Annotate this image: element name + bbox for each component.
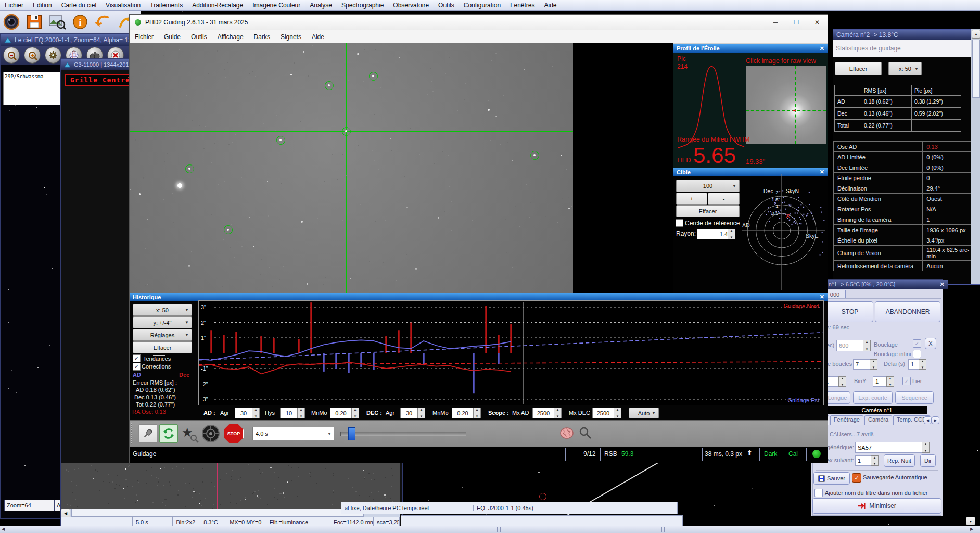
link-checkbox[interactable]: ✓ — [902, 377, 911, 385]
history-settings-dropdown[interactable]: Réglages▼ — [133, 329, 192, 341]
short-exposure-button[interactable]: Exp. courte — [853, 391, 893, 404]
toolbar-grip[interactable] — [131, 423, 135, 444]
app-menu-addition-recalage[interactable]: Addition-Recalage — [187, 2, 248, 9]
phd2-menu-aide[interactable]: Aide — [307, 33, 329, 41]
generic-name-stepper[interactable]: ▲▼ — [922, 442, 930, 453]
delay-stepper[interactable]: ▲▼ — [919, 359, 926, 370]
profile-title-bar[interactable]: Profil de l'Étoile✕ — [673, 44, 828, 53]
stats-vscrollbar[interactable]: ▲ — [971, 29, 980, 284]
zoom-out-button[interactable]: - — [708, 193, 740, 205]
info-icon[interactable]: i — [70, 12, 91, 32]
exposure-dropdown[interactable]: 4.0 s▼ — [252, 427, 334, 440]
radius-stepper[interactable]: ▲▼ — [728, 229, 735, 239]
scroll-thumb[interactable] — [972, 40, 980, 98]
stats-clear-button[interactable]: Effacer — [835, 62, 882, 75]
loop-infinite-checkbox[interactable] — [913, 350, 921, 358]
brain-icon[interactable] — [559, 426, 575, 441]
phd2-menu-outils[interactable]: Outils — [186, 33, 212, 41]
loop-checkbox[interactable]: ✓ — [913, 339, 921, 348]
biny-stepper[interactable]: ▲▼ — [886, 376, 894, 387]
guide-camera-image[interactable] — [130, 43, 573, 293]
exposure-field[interactable]: 600 — [836, 340, 866, 351]
ad-aggression-field[interactable]: 30 — [235, 408, 252, 418]
stretch-slider[interactable] — [340, 432, 466, 436]
app-menu-traitements[interactable]: Traitements — [145, 2, 187, 9]
ad-minmove-field[interactable]: 0.20 — [330, 408, 352, 418]
stats-title-bar[interactable]: Caméra n°2 -> 13.8°C ✕ — [833, 30, 980, 40]
history-xscale-dropdown[interactable]: x: 50▼ — [133, 304, 192, 316]
max-dec-field[interactable]: 2500 — [592, 408, 614, 418]
sequence-button[interactable]: Sequence — [895, 391, 934, 404]
guide-icon[interactable] — [201, 424, 221, 443]
close-icon[interactable]: ✕ — [820, 45, 824, 52]
autosave-checkbox[interactable]: ✓ — [852, 473, 861, 483]
history-clear-button[interactable]: Effacer — [133, 341, 192, 353]
app-menu-edition[interactable]: Edition — [28, 2, 57, 9]
stop-button[interactable]: STOP — [826, 301, 873, 322]
undo-arrow-icon[interactable] — [93, 12, 113, 32]
target-zoom-dropdown[interactable]: 100▼ — [676, 180, 740, 192]
close-icon[interactable]: ✕ — [807, 15, 828, 30]
app-menu-imagerie-couleur[interactable]: Imagerie Couleur — [248, 2, 305, 9]
dec-minmove-field[interactable]: 0.20 — [452, 408, 474, 418]
scroll-right-icon[interactable]: ▶ — [970, 527, 973, 531]
phd2-menu-signets[interactable]: Signets — [275, 33, 307, 41]
close-icon[interactable]: ✕ — [940, 281, 945, 288]
camera-icon[interactable] — [1, 12, 22, 32]
target-clear-button[interactable]: Effacer — [676, 205, 740, 217]
app-menu-outils[interactable]: Outils — [434, 2, 459, 9]
loop-close-button[interactable]: X — [925, 338, 936, 349]
dec-aggression-field[interactable]: 30 — [400, 408, 418, 418]
ref-circle-checkbox[interactable] — [676, 219, 683, 227]
gear-icon[interactable] — [45, 47, 61, 64]
save-button[interactable]: Sauver — [813, 472, 850, 485]
night-folder-button[interactable]: Rep. Nuit — [884, 454, 915, 467]
exposure-stepper[interactable]: ▲▼ — [863, 340, 871, 351]
tabs-left-icon[interactable]: ◀ — [924, 416, 932, 424]
star-thumbnail[interactable]: + — [746, 66, 826, 144]
app-menu-fen-tres[interactable]: Fenêtres — [505, 2, 539, 9]
maximize-icon[interactable]: ☐ — [786, 15, 807, 30]
close-icon[interactable]: ✕ — [820, 294, 824, 300]
app-bottom-scrollbar[interactable]: ◀ ▶ — [0, 526, 980, 533]
corrections-checkbox[interactable]: ✓ — [133, 363, 141, 371]
max-ra-stepper[interactable]: ▲▼ — [554, 408, 562, 418]
max-ra-field[interactable]: 2500 — [532, 408, 554, 418]
app-menu-visualisation[interactable]: Visualisation — [101, 2, 145, 9]
app-menu-observatoire[interactable]: Observatoire — [388, 2, 434, 9]
stats-scale-dropdown[interactable]: x: 50▼ — [888, 62, 922, 75]
dec-mode-dropdown[interactable]: Auto▼ — [629, 408, 659, 418]
ad-minmove-stepper[interactable]: ▲▼ — [351, 408, 359, 418]
star-settings-icon[interactable] — [579, 426, 592, 441]
connect-equipment-icon[interactable] — [138, 424, 157, 443]
loop-exposures-icon[interactable] — [159, 424, 178, 443]
phd2-menu-guide[interactable]: Guide — [159, 33, 186, 41]
binx-stepper[interactable]: ▲▼ — [838, 376, 846, 387]
app-menu-configuration[interactable]: Configuration — [459, 2, 505, 9]
zoom-in-icon[interactable] — [24, 47, 41, 64]
generic-name-field[interactable]: SA57 — [855, 442, 925, 453]
max-dec-stepper[interactable]: ▲▼ — [614, 408, 621, 418]
auto-select-star-icon[interactable]: ★ — [180, 424, 199, 443]
minimize-icon[interactable]: ─ — [765, 15, 786, 30]
zoom-out-icon[interactable] — [3, 47, 20, 64]
history-title-bar[interactable]: Historique✕ — [130, 293, 828, 301]
phd2-menu-affichage[interactable]: Affichage — [212, 33, 249, 41]
save-icon[interactable] — [24, 12, 45, 32]
long-exposure-button[interactable]: Longue — [824, 391, 850, 404]
camera-title-bar[interactable]: ra n°1 -> 6.5°C [0% , 20.0°C] ✕ — [811, 280, 948, 289]
stop-icon[interactable]: STOP — [224, 424, 244, 443]
app-menu-fichier[interactable]: Fichier — [0, 2, 28, 9]
app-menu-analyse[interactable]: Analyse — [305, 2, 337, 9]
phd2-title-bar[interactable]: PHD2 Guiding 2.6.13 - 31 mars 2025 ─ ☐ ✕ — [130, 15, 828, 31]
nloops-stepper[interactable]: ▲▼ — [870, 359, 877, 370]
next-index-stepper[interactable]: ▲▼ — [871, 455, 879, 466]
zoom-in-button[interactable]: + — [676, 193, 707, 205]
image-search-icon[interactable] — [47, 12, 68, 32]
phd2-menu-fichier[interactable]: Fichier — [130, 33, 159, 41]
dec-minmove-stepper[interactable]: ▲▼ — [473, 408, 481, 418]
phd2-menu-darks[interactable]: Darks — [249, 33, 275, 41]
app-menu-spectrographie[interactable]: Spectrographie — [337, 2, 388, 9]
camera-tab-fen-trage[interactable]: Fenêtrage — [830, 415, 863, 425]
abort-button[interactable]: ABANDONNER — [875, 301, 940, 322]
